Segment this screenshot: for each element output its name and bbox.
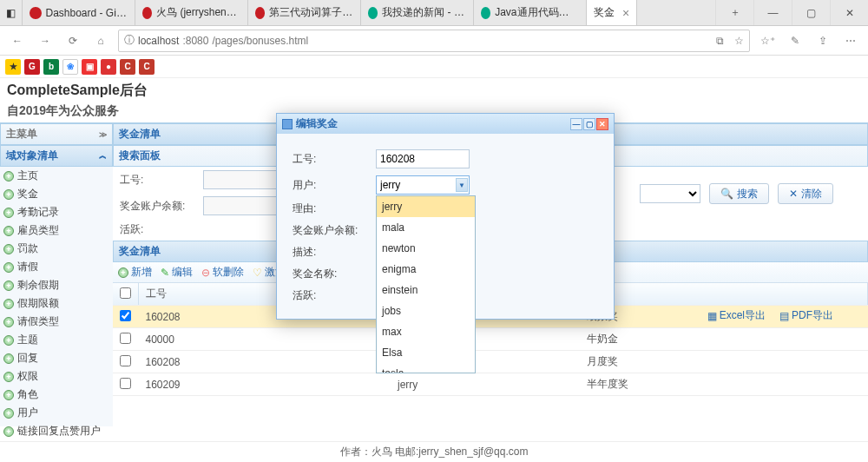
- bookmark-icon[interactable]: ❀: [62, 59, 78, 75]
- new-tab-button[interactable]: ＋: [715, 0, 753, 25]
- share-button[interactable]: ⇪: [812, 30, 833, 51]
- column-header[interactable]: 理由: [580, 283, 868, 306]
- table-row[interactable]: 40000mala牛奶金: [113, 328, 868, 351]
- nav-bar: ← → ⟳ ⌂ ⓘ localhost:8080/pages/bonuses.h…: [0, 26, 868, 56]
- refresh-button[interactable]: ⟳: [62, 30, 83, 51]
- row-checkbox[interactable]: [120, 333, 131, 344]
- window-minimize[interactable]: —: [753, 0, 792, 25]
- plus-icon: +: [3, 426, 14, 437]
- dialog-id-input[interactable]: [376, 149, 470, 168]
- dropdown-option[interactable]: jerry: [377, 196, 475, 217]
- bookmark-icon[interactable]: ★: [5, 59, 21, 75]
- sidebar-item[interactable]: +角色: [0, 386, 113, 404]
- sidebar-item[interactable]: +主题: [0, 331, 113, 349]
- favorites-button[interactable]: ☆⁺: [757, 30, 778, 51]
- dialog-titlebar[interactable]: 编辑奖金 — ▢ ✕: [277, 114, 614, 134]
- table-row[interactable]: 160208jerry月度奖: [113, 351, 868, 373]
- plus-icon: +: [3, 372, 14, 382]
- save-icon: [282, 119, 293, 129]
- soft-delete-button[interactable]: ⊖软删除: [201, 265, 244, 280]
- sidebar-item[interactable]: +请假类型: [0, 313, 113, 331]
- plus-icon: +: [3, 226, 14, 236]
- dialog-title: 编辑奖金: [296, 116, 338, 131]
- sidebar-item[interactable]: +请假: [0, 258, 113, 276]
- user-dropdown: jerrymalanewtonenigmaeinsteinjobsmaxElsa…: [376, 195, 476, 373]
- plus-icon: +: [3, 353, 14, 364]
- window-close[interactable]: ✕: [830, 0, 868, 25]
- dropdown-option[interactable]: tesla: [377, 363, 475, 373]
- url-bar[interactable]: ⓘ localhost:8080/pages/bonuses.html ⧉☆: [118, 30, 750, 52]
- sidebar-item[interactable]: +链接回复点赞用户: [0, 422, 113, 440]
- search-button[interactable]: 🔍 搜索: [709, 183, 769, 204]
- dialog-min-button[interactable]: —: [570, 118, 582, 130]
- browser-tab[interactable]: Java通用代码生成器光: [474, 0, 587, 25]
- browser-tab[interactable]: 第三代动词算子式代码: [248, 0, 361, 25]
- dialog-close-button[interactable]: ✕: [596, 118, 608, 130]
- forward-button[interactable]: →: [35, 30, 56, 51]
- main-menu-header[interactable]: 主菜单≫: [0, 123, 113, 145]
- row-checkbox[interactable]: [120, 378, 131, 389]
- back-button[interactable]: ←: [7, 30, 28, 51]
- sidebar-item[interactable]: +奖金: [0, 185, 113, 203]
- dropdown-option[interactable]: newton: [377, 238, 475, 259]
- dropdown-option[interactable]: max: [377, 321, 475, 342]
- sidebar-item[interactable]: +回复: [0, 349, 113, 367]
- system-tab[interactable]: ◧: [0, 0, 23, 25]
- plus-icon: +: [3, 171, 14, 182]
- plus-icon: +: [3, 408, 14, 419]
- browser-tab[interactable]: 我投递的新闻 - MS&A(: [361, 0, 474, 25]
- filter-select[interactable]: [640, 184, 700, 203]
- plus-icon: +: [3, 390, 14, 400]
- chevron-down-icon[interactable]: ▼: [456, 178, 468, 192]
- bookmark-icon[interactable]: C: [139, 59, 155, 75]
- dropdown-option[interactable]: einstein: [377, 280, 475, 300]
- sidebar: 主菜单≫ 域对象清单︽ +主页+奖金+考勤记录+雇员类型+罚款+请假+剩余假期+…: [0, 123, 113, 426]
- excel-export-button[interactable]: ▦ Excel导出: [707, 308, 766, 323]
- window-maximize[interactable]: ▢: [792, 0, 830, 25]
- plus-icon: +: [3, 317, 14, 327]
- pdf-export-button[interactable]: ▤ PDF导出: [779, 308, 833, 323]
- plus-icon: +: [3, 208, 14, 218]
- browser-tabs: ◧ Dashboard - Gitee火鸟 (jerryshensjf) - G…: [0, 0, 868, 26]
- sidebar-item[interactable]: +假期限额: [0, 294, 113, 313]
- bookmark-icon[interactable]: ▣: [82, 59, 97, 75]
- plus-icon: +: [3, 335, 14, 346]
- sidebar-item[interactable]: +雇员类型: [0, 221, 113, 240]
- sidebar-item[interactable]: +考勤记录: [0, 203, 113, 221]
- dropdown-option[interactable]: mala: [377, 217, 475, 238]
- row-checkbox[interactable]: [120, 310, 131, 321]
- add-button[interactable]: +新增: [118, 265, 152, 280]
- notes-button[interactable]: ✎: [785, 30, 806, 51]
- bookmark-icon[interactable]: C: [120, 59, 135, 75]
- bookmark-bar: ★ G b ❀ ▣ ● C C: [0, 56, 868, 78]
- clear-button[interactable]: ✕ 清除: [778, 183, 833, 204]
- edit-button[interactable]: ✎编辑: [161, 265, 193, 280]
- dropdown-option[interactable]: Elsa: [377, 342, 475, 363]
- browser-tab[interactable]: Dashboard - Gitee: [23, 0, 135, 25]
- dropdown-option[interactable]: jobs: [377, 300, 475, 321]
- browser-tab[interactable]: 火鸟 (jerryshensjf) - Git: [135, 0, 248, 25]
- plus-icon: +: [3, 244, 14, 254]
- sidebar-item[interactable]: +用户: [0, 404, 113, 422]
- sidebar-item[interactable]: +罚款: [0, 240, 113, 258]
- dropdown-option[interactable]: enigma: [377, 259, 475, 280]
- bookmark-icon[interactable]: G: [24, 59, 40, 75]
- table-row[interactable]: 160209jerry半年度奖: [113, 373, 868, 396]
- edit-dialog: 编辑奖金 — ▢ ✕ 工号: 用户: ▼ jerrymalanewtonenig…: [276, 113, 615, 320]
- dialog-max-button[interactable]: ▢: [583, 118, 595, 130]
- bookmark-icon[interactable]: ●: [101, 59, 116, 75]
- bookmark-icon[interactable]: b: [43, 59, 59, 75]
- domain-list-header[interactable]: 域对象清单︽: [0, 145, 113, 167]
- url-host: localhost: [138, 35, 179, 47]
- home-button[interactable]: ⌂: [90, 30, 111, 51]
- sidebar-item[interactable]: +主页: [0, 167, 113, 185]
- more-button[interactable]: ⋯: [840, 30, 861, 51]
- browser-tab[interactable]: 奖金×: [587, 0, 637, 25]
- select-all-checkbox[interactable]: [120, 287, 131, 299]
- row-checkbox[interactable]: [120, 355, 131, 366]
- sidebar-item[interactable]: +剩余假期: [0, 276, 113, 294]
- app-title: CompleteSample后台: [7, 82, 861, 100]
- plus-icon: +: [3, 299, 14, 309]
- sidebar-item[interactable]: +权限: [0, 367, 113, 386]
- close-tab-icon[interactable]: ×: [622, 6, 629, 20]
